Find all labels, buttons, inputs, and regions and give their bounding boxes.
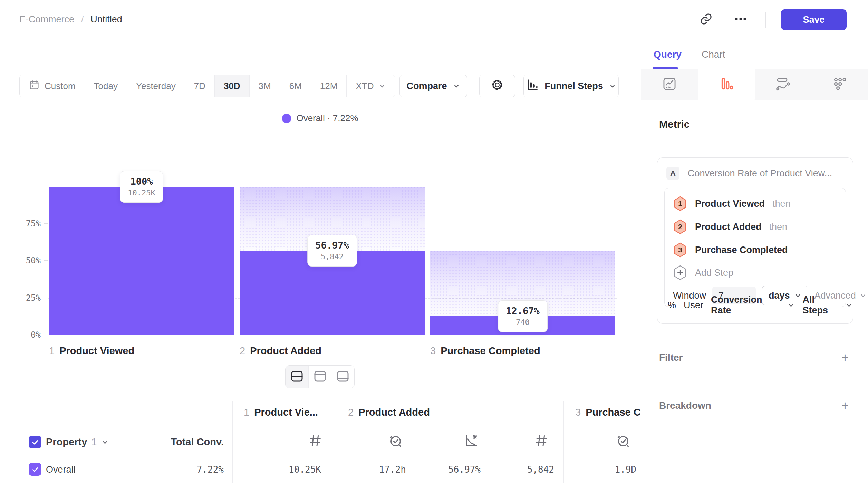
avg-time-metric-icon[interactable] [388,433,403,451]
chevron-down-icon [859,292,867,299]
step-suffix: then [769,222,788,232]
add-filter-button[interactable]: + [841,352,849,363]
x-label-step-2: 2 Product Added [240,345,321,357]
count-metric-icon[interactable] [534,434,548,450]
annotation-count: 10.25K [128,188,155,198]
annotation-step-2: 56.97% 5,842 [307,235,357,267]
active-tab-underline [653,67,678,69]
tab-journeys[interactable] [755,69,812,100]
funnel-bar-step-1[interactable]: 100% 10.25K [49,187,234,335]
cell-total-conv: 7.22% [197,464,224,475]
step-event-name: Purchase Completed [695,245,788,255]
col-group-number: 2 [348,407,354,418]
step-number: 2 [240,345,245,357]
chevron-down-icon [101,438,109,446]
tab-query[interactable]: Query [654,49,682,60]
property-index: 1 [91,436,97,448]
layout-chart-only-button[interactable] [309,366,332,388]
total-conv-header[interactable]: Total Conv. [171,436,224,448]
cell-step1-count: 10.25K [289,464,321,475]
step-1-hexagon-badge: 1 [673,196,687,212]
step-3-hexagon-badge: 3 [673,242,687,258]
breakdown-heading: Breakdown [659,400,711,411]
funnel-chart: 75% 50% 25% 0% 100% 10.25K 56.97% 5,84 [0,40,641,337]
y-tick-50: 50% [13,256,41,265]
save-button[interactable]: Save [781,9,847,30]
col-group-label: Product Vie... [254,407,318,418]
funnel-bars-icon [719,77,734,93]
measure-select[interactable]: Conversion Rate [711,294,795,316]
filter-heading: Filter [659,352,683,363]
funnel-bar-step-2[interactable]: 56.97% 5,842 [240,187,425,335]
check-icon [31,466,39,473]
annotation-count: 5,842 [315,252,349,262]
counting-entity[interactable]: User [684,300,703,311]
bottom-panel-icon [337,370,349,384]
metric-footer-row: % User Conversion Rate All Steps [668,294,853,316]
step-name: Product Viewed [59,345,134,357]
conv-rate-metric-icon[interactable] [464,433,479,451]
y-tick-0: 0% [13,330,41,340]
layout-split-button[interactable] [286,366,309,388]
y-tick-75: 75% [13,219,41,229]
y-tickmark [44,260,48,261]
query-panel: Query Chart [641,40,868,484]
step-row-1[interactable]: 1 Product Viewed then [665,193,846,215]
share-link-button[interactable] [696,10,716,29]
percent-prefix: % [668,300,676,311]
divider [0,377,285,377]
breadcrumb-title[interactable]: Untitled [90,14,122,25]
split-view-icon [291,370,303,384]
add-step-label: Add Step [695,268,733,278]
breadcrumb-separator: / [81,14,84,25]
tab-chart[interactable]: Chart [702,49,725,60]
layout-table-only-button[interactable] [331,366,354,388]
bar-solid-step-1 [49,187,234,335]
table-vline [337,401,337,483]
y-tick-25: 25% [13,293,41,303]
metric-section-heading: Metric [659,118,689,130]
count-metric-icon[interactable] [308,434,322,450]
more-menu-button[interactable] [731,10,750,29]
col-group-label: Purchase C [586,407,641,418]
step-event-name: Product Viewed [695,199,765,209]
dot-grid-icon [832,76,847,93]
metric-series-row[interactable]: A Conversion Rate of Product View... [657,158,853,180]
add-step-button[interactable]: Add Step [665,262,846,283]
table-vline [563,401,564,483]
scope-label: All Steps [802,294,842,316]
cell-step2-count: 5,842 [527,464,554,475]
step-number: 1 [678,200,682,208]
series-letter-badge: A [666,167,679,180]
step-row-2[interactable]: 2 Product Added then [665,216,846,238]
breadcrumb: E-Commerce / Untitled [19,14,122,25]
property-header[interactable]: Property 1 [46,436,109,448]
cell-step2-conv-rate: 56.97% [448,464,481,475]
check-icon [31,438,39,446]
tab-retention[interactable] [811,69,868,100]
funnel-steps-card: 1 Product Viewed then 2 Product Added th… [664,188,846,307]
avg-time-metric-icon[interactable] [616,433,631,451]
ellipsis-icon [734,12,748,27]
layout-toggle-group [285,365,355,388]
y-tickmark [44,223,48,224]
cell-step2-avg-time: 17.2h [379,464,406,475]
top-panel-icon [314,370,326,384]
select-all-checkbox[interactable] [29,436,41,448]
add-breakdown-button[interactable]: + [841,400,849,411]
funnel-bar-step-3[interactable]: 12.67% 740 [430,187,615,335]
step-row-3[interactable]: 3 Purchase Completed [665,239,846,261]
tab-segmentation[interactable] [641,69,698,100]
breadcrumb-project[interactable]: E-Commerce [19,14,74,25]
funnel-analysis-app: E-Commerce / Untitled [0,0,868,484]
row-label-overall[interactable]: Overall [46,464,76,475]
annotation-step-3: 12.67% 740 [498,300,548,332]
metric-type-tabs [641,69,868,100]
row-checkbox-overall[interactable] [29,463,41,476]
chevron-down-icon [845,301,853,309]
series-title: Conversion Rate of Product View... [688,168,832,179]
y-tickmark [44,335,48,335]
table-bottom-divider [0,483,641,483]
tab-funnel-selected[interactable] [698,69,755,100]
steps-scope-select[interactable]: All Steps [802,294,853,316]
